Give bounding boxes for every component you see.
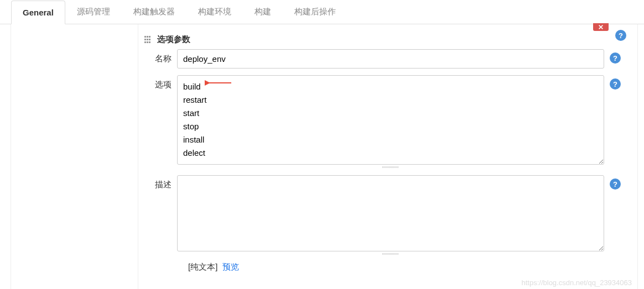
left-gutter (0, 24, 11, 289)
name-input[interactable] (177, 49, 604, 69)
plaintext-label: [纯文本] (188, 262, 217, 271)
help-icon[interactable]: ? (610, 52, 621, 64)
tab-env[interactable]: 构建环境 (186, 0, 243, 24)
section-header: 选项参数 (144, 30, 626, 49)
format-row: [纯文本] 预览 (188, 262, 626, 272)
main-content: ? 选项参数 名称 ? 选项 ? (138, 24, 637, 289)
tab-triggers[interactable]: 构建触发器 (122, 0, 186, 24)
watermark: https://blog.csdn.net/qq_23934063 (522, 279, 632, 287)
resize-handle[interactable] (177, 165, 604, 169)
description-label: 描述 (144, 175, 177, 190)
config-tabs: General 源码管理 构建触发器 构建环境 构建 构建后操作 (0, 0, 644, 24)
section-title: 选项参数 (157, 34, 190, 45)
help-icon[interactable]: ? (615, 30, 626, 41)
resize-handle[interactable] (177, 252, 604, 255)
description-textarea[interactable] (177, 175, 604, 251)
name-label: 名称 (144, 49, 177, 64)
right-gutter (637, 24, 644, 289)
help-icon[interactable]: ? (610, 178, 621, 190)
tab-postbuild[interactable]: 构建后操作 (283, 0, 347, 24)
tab-scm[interactable]: 源码管理 (65, 0, 122, 24)
options-label: 选项 (144, 75, 177, 90)
tab-general[interactable]: General (11, 1, 65, 24)
options-textarea[interactable] (177, 75, 604, 165)
delete-button[interactable] (593, 23, 609, 31)
preview-link[interactable]: 预览 (222, 262, 239, 271)
middle-gutter (11, 24, 138, 289)
tab-build[interactable]: 构建 (243, 0, 283, 24)
drag-handle-icon[interactable] (144, 35, 153, 44)
help-icon[interactable]: ? (610, 78, 621, 90)
